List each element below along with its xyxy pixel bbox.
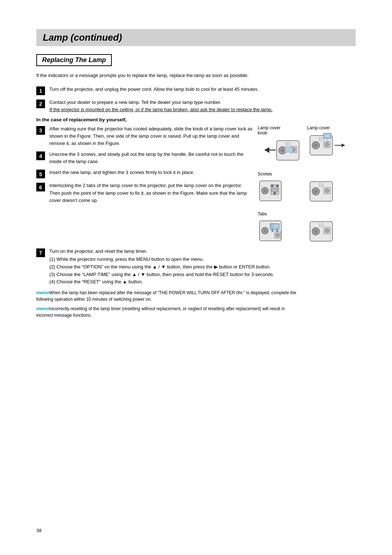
step-2-underline: If the projector is mounted on the ceili… xyxy=(49,107,273,112)
memo-section: memoWhen the lamp has been replaced afte… xyxy=(36,289,298,319)
projector-figure-5 xyxy=(258,217,301,244)
projector-side-figure-2 xyxy=(307,171,343,206)
memo-text-2: Incorrectly resetting of the lamp timer … xyxy=(36,306,285,318)
empty-label-3 xyxy=(307,211,343,217)
step-7-content: Turn on the projector, and reset the lam… xyxy=(49,248,356,286)
svg-point-47 xyxy=(263,229,267,232)
step-4-row: 4 Unscrew the 3 screws, and slowly pull … xyxy=(36,151,254,165)
step-2-row: 2 Contact your dealer to prepare a new l… xyxy=(36,99,356,113)
step-3-row: 3 After making sure that the projector h… xyxy=(36,125,254,147)
step-5-row: 5 Insert the new lamp, and tighten the 3… xyxy=(36,169,254,178)
memo-text-1: When the lamp has been replaced after th… xyxy=(36,290,296,302)
memo-item-1: memoWhen the lamp has been replaced afte… xyxy=(36,289,298,303)
tabs-label: Tabs xyxy=(258,211,301,216)
step-7-sub-2: (2) Choose the “OPTION” on the menu usin… xyxy=(49,263,356,271)
tabs-figure: Tabs xyxy=(258,211,301,246)
lamp-cover-knob-figure: Lamp coverknob xyxy=(258,125,301,166)
step-6-num: 6 xyxy=(36,183,45,191)
svg-rect-17 xyxy=(324,133,331,138)
step-4-content: Unscrew the 3 screws, and slowly pull ou… xyxy=(49,151,254,165)
page: Lamp (continued) Replacing The Lamp If t… xyxy=(0,0,392,555)
svg-rect-51 xyxy=(271,228,273,230)
step-1-row: 1 Turn off the projector, and unplug the… xyxy=(36,86,356,95)
step-5-num: 5 xyxy=(36,170,45,178)
svg-point-4 xyxy=(280,148,285,153)
intro-text: If the indicators or a message prompts y… xyxy=(36,72,319,79)
memo-label-1: memo xyxy=(36,290,49,295)
svg-rect-52 xyxy=(276,228,278,230)
step-1-num: 1 xyxy=(36,86,45,95)
step-6-content: Interlocking the 2 tabs of the lamp cove… xyxy=(49,182,254,204)
projector-figure-4 xyxy=(307,177,343,204)
svg-point-20 xyxy=(325,143,329,146)
figure-group-1: Lamp coverknob xyxy=(258,125,356,166)
step-7-main-text: Turn on the projector, and reset the lam… xyxy=(49,248,356,255)
step-7-row: 7 Turn on the projector, and reset the l… xyxy=(36,248,356,286)
projector-figure-2 xyxy=(307,131,347,159)
step-2-num: 2 xyxy=(36,100,45,108)
two-col-layout: 3 After making sure that the projector h… xyxy=(36,125,356,248)
svg-marker-22 xyxy=(342,143,345,147)
figure-group-3: Tabs xyxy=(258,211,356,246)
projector-side-figure-3 xyxy=(307,211,343,246)
step-2-text: Contact your dealer to prepare a new lam… xyxy=(49,100,221,105)
lamp-cover-figure: Lamp cover xyxy=(307,125,347,161)
svg-point-57 xyxy=(276,233,279,237)
step-2-content: Contact your dealer to prepare a new lam… xyxy=(49,99,356,113)
figure-group-1-inner: Lamp coverknob xyxy=(258,125,356,166)
projector-figure-6 xyxy=(307,217,343,244)
step-5-content: Insert the new lamp, and tighten the 3 s… xyxy=(49,169,254,176)
svg-marker-0 xyxy=(264,147,269,153)
step-6-row: 6 Interlocking the 2 tabs of the lamp co… xyxy=(36,182,254,204)
subheading: In the case of replacement by yourself, xyxy=(36,117,356,122)
svg-rect-10 xyxy=(285,147,293,152)
step-7-sub-4: (4) Choose the “RESET” using the ▲ butto… xyxy=(49,278,356,286)
figure-group-3-inner: Tabs xyxy=(258,211,356,246)
main-title: Lamp (continued) xyxy=(36,29,356,46)
section-title-box: Replacing The Lamp xyxy=(36,54,112,66)
memo-label-2: memo xyxy=(36,306,49,311)
step-1-content: Turn off the projector, and unplug the p… xyxy=(49,86,356,93)
screws-figure: Screws xyxy=(258,171,301,206)
step-7-sub-1: (1) While the projector running, press t… xyxy=(49,256,356,263)
figure-group-2-inner: Screws xyxy=(258,171,356,206)
svg-point-13 xyxy=(314,143,318,147)
section-title: Replacing The Lamp xyxy=(42,56,106,64)
svg-rect-36 xyxy=(271,188,278,192)
step-3-content: After making sure that the projector has… xyxy=(49,125,254,147)
lamp-cover-label: Lamp cover xyxy=(307,125,347,130)
step-7-sub-3: (3) Choose the “LAMP TIME” using the ▲ /… xyxy=(49,271,356,279)
svg-point-44 xyxy=(325,189,329,193)
svg-point-65 xyxy=(325,229,329,232)
projector-figure-3 xyxy=(258,177,301,204)
screws-label: Screws xyxy=(258,171,301,177)
right-col: Lamp coverknob xyxy=(254,125,356,248)
projector-figure-1 xyxy=(258,136,301,165)
step-7-num: 7 xyxy=(36,248,45,257)
left-col: 3 After making sure that the projector h… xyxy=(36,125,254,248)
step-3-num: 3 xyxy=(36,126,45,135)
empty-label-2 xyxy=(307,171,343,177)
page-number: 38 xyxy=(36,528,41,533)
svg-point-39 xyxy=(314,189,318,194)
step-7-sub-items: (1) While the projector running, press t… xyxy=(49,256,356,286)
figure-group-2: Screws xyxy=(258,171,356,206)
lamp-cover-knob-label: Lamp coverknob xyxy=(258,125,301,135)
memo-item-2: memoIncorrectly resetting of the lamp ti… xyxy=(36,305,298,319)
svg-point-25 xyxy=(263,189,267,193)
svg-point-60 xyxy=(314,229,318,234)
step-4-num: 4 xyxy=(36,151,45,160)
